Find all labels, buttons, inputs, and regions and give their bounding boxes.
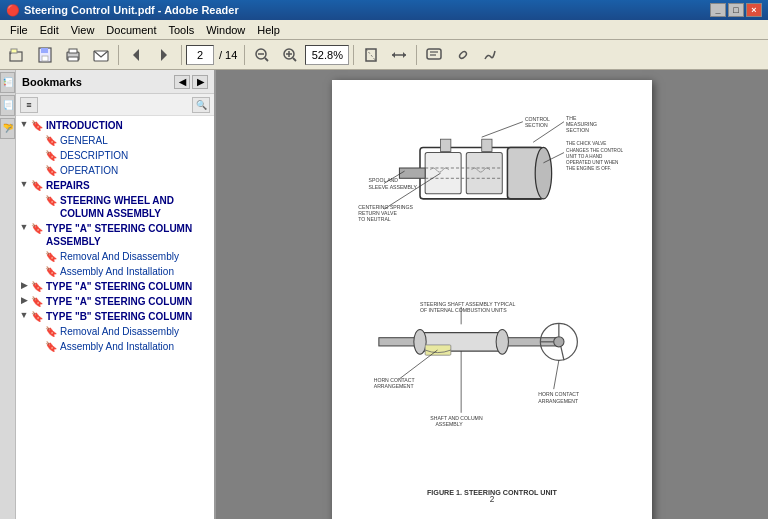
bookmark-icon: 🔖	[44, 265, 58, 278]
toggle-icon	[32, 340, 44, 352]
pdf-page: CONTROL SECTION THE MEASURING SECTION SP…	[332, 80, 652, 519]
bookmark-label: GENERAL	[60, 134, 214, 147]
zoom-out-button[interactable]	[249, 43, 275, 67]
toggle-icon	[32, 164, 44, 176]
svg-point-32	[535, 147, 551, 198]
panel-expand-button[interactable]: ▶	[192, 75, 208, 89]
zoom-input[interactable]: 52.8%	[305, 45, 349, 65]
sign-button[interactable]	[477, 43, 503, 67]
fit-width-button[interactable]	[386, 43, 412, 67]
open-button[interactable]	[4, 43, 30, 67]
bookmarks-panel-header: Bookmarks ◀ ▶	[16, 70, 214, 94]
svg-rect-4	[42, 56, 48, 61]
svg-text:THE CHICK VALVE: THE CHICK VALVE	[566, 141, 606, 146]
bookmark-removal-1[interactable]: 🔖 Removal And Disassembly	[16, 249, 214, 264]
svg-text:SLEEVE ASSEMBLY: SLEEVE ASSEMBLY	[369, 184, 418, 190]
svg-rect-23	[427, 49, 441, 59]
zoom-in-button[interactable]	[277, 43, 303, 67]
print-button[interactable]	[60, 43, 86, 67]
bookmark-label: Removal And Disassembly	[60, 250, 214, 263]
svg-text:CHANGES THE CONTROL: CHANGES THE CONTROL	[566, 148, 623, 153]
pdf-viewer[interactable]: CONTROL SECTION THE MEASURING SECTION SP…	[216, 70, 768, 519]
nav-back-button[interactable]	[123, 43, 149, 67]
bookmarks-options-button[interactable]: ≡	[20, 97, 38, 113]
svg-text:ARRANGEMENT: ARRANGEMENT	[538, 398, 579, 404]
toggle-icon	[32, 265, 44, 277]
svg-text:SECTION: SECTION	[525, 122, 548, 128]
bookmark-type-a-col-2[interactable]: ▶ 🔖 TYPE "A" STEERING COLUMN	[16, 294, 214, 309]
svg-text:HORN CONTACT: HORN CONTACT	[538, 391, 580, 397]
page-number-input[interactable]: 2	[186, 45, 214, 65]
svg-text:RETURN VALVE: RETURN VALVE	[358, 210, 397, 216]
menu-help[interactable]: Help	[251, 22, 286, 38]
svg-rect-33	[399, 168, 425, 178]
menu-bar: File Edit View Document Tools Window Hel…	[0, 20, 768, 40]
toggle-icon: ▶	[18, 295, 30, 307]
signatures-tab-side[interactable]: ✍	[0, 118, 15, 139]
bookmarks-search-button[interactable]: 🔍	[192, 97, 210, 113]
bookmark-icon: 🔖	[30, 310, 44, 323]
bookmark-type-b-col[interactable]: ▼ 🔖 TYPE "B" STEERING COLUMN	[16, 309, 214, 324]
nav-forward-button[interactable]	[151, 43, 177, 67]
pages-tab-side[interactable]: 📄	[0, 95, 15, 116]
bookmarks-tab-side[interactable]: 📑	[0, 72, 15, 93]
bookmark-general[interactable]: 🔖 GENERAL	[16, 133, 214, 148]
left-panel-tabs: 📑 📄 ✍	[0, 70, 16, 519]
bookmark-repairs[interactable]: ▼ 🔖 REPAIRS	[16, 178, 214, 193]
svg-text:SHAFT AND COLUMN: SHAFT AND COLUMN	[430, 415, 483, 421]
maximize-button[interactable]: □	[728, 3, 744, 17]
svg-rect-68	[425, 345, 451, 355]
svg-text:ARRANGEMENT: ARRANGEMENT	[374, 383, 415, 389]
bookmark-icon: 🔖	[30, 295, 44, 308]
svg-marker-22	[403, 52, 406, 58]
window-controls: _ □ ×	[710, 3, 762, 17]
bookmark-operation[interactable]: 🔖 OPERATION	[16, 163, 214, 178]
attach-button[interactable]	[449, 43, 475, 67]
menu-document[interactable]: Document	[100, 22, 162, 38]
svg-marker-21	[392, 52, 395, 58]
email-button[interactable]	[88, 43, 114, 67]
bookmark-label: Assembly And Installation	[60, 340, 214, 353]
panel-collapse-button[interactable]: ◀	[174, 75, 190, 89]
svg-text:STEERING SHAFT ASSEMBLY TYPICA: STEERING SHAFT ASSEMBLY TYPICAL	[420, 301, 515, 307]
fit-page-button[interactable]	[358, 43, 384, 67]
bookmark-icon: 🔖	[30, 119, 44, 132]
bookmark-description[interactable]: 🔖 DESCRIPTION	[16, 148, 214, 163]
close-button[interactable]: ×	[746, 3, 762, 17]
toggle-icon	[32, 149, 44, 161]
bookmark-icon: 🔖	[44, 340, 58, 353]
bookmark-steering-wheel[interactable]: 🔖 STEERING WHEEL AND COLUMN ASSEMBLY	[16, 193, 214, 221]
bookmark-label: TYPE "A" STEERING COLUMN	[46, 280, 214, 293]
svg-text:SPOOL AND: SPOOL AND	[369, 177, 399, 183]
bookmark-assembly-2[interactable]: 🔖 Assembly And Installation	[16, 339, 214, 354]
bookmark-label: OPERATION	[60, 164, 214, 177]
minimize-button[interactable]: _	[710, 3, 726, 17]
svg-rect-34	[441, 139, 451, 151]
save-button[interactable]	[32, 43, 58, 67]
menu-file[interactable]: File	[4, 22, 34, 38]
menu-tools[interactable]: Tools	[163, 22, 201, 38]
bookmark-label: Assembly And Installation	[60, 265, 214, 278]
svg-point-61	[414, 329, 426, 354]
bookmark-assembly-1[interactable]: 🔖 Assembly And Installation	[16, 264, 214, 279]
bookmark-label: TYPE "A" STEERING COLUMN ASSEMBLY	[46, 222, 214, 248]
comment-button[interactable]	[421, 43, 447, 67]
svg-line-19	[366, 49, 376, 61]
menu-view[interactable]: View	[65, 22, 101, 38]
svg-point-64	[554, 337, 564, 347]
title-bar: 🔴 Steering Control Unit.pdf - Adobe Read…	[0, 0, 768, 20]
bookmark-introduction[interactable]: ▼ 🔖 INTRODUCTION	[16, 118, 214, 133]
bookmark-label: DESCRIPTION	[60, 149, 214, 162]
toolbar: 2 / 14 52.8%	[0, 40, 768, 70]
bookmark-type-a-assy[interactable]: ▼ 🔖 TYPE "A" STEERING COLUMN ASSEMBLY	[16, 221, 214, 249]
bookmarks-tree[interactable]: ▼ 🔖 INTRODUCTION 🔖 GENERAL 🔖 DESCRIPTION…	[16, 116, 214, 519]
bookmark-label: STEERING WHEEL AND COLUMN ASSEMBLY	[60, 194, 214, 220]
menu-edit[interactable]: Edit	[34, 22, 65, 38]
menu-window[interactable]: Window	[200, 22, 251, 38]
bookmark-icon: 🔖	[44, 250, 58, 263]
svg-rect-3	[41, 48, 48, 53]
bookmark-removal-2[interactable]: 🔖 Removal And Disassembly	[16, 324, 214, 339]
svg-marker-9	[133, 49, 139, 61]
bookmark-type-a-col-1[interactable]: ▶ 🔖 TYPE "A" STEERING COLUMN	[16, 279, 214, 294]
bookmark-icon: 🔖	[44, 149, 58, 162]
